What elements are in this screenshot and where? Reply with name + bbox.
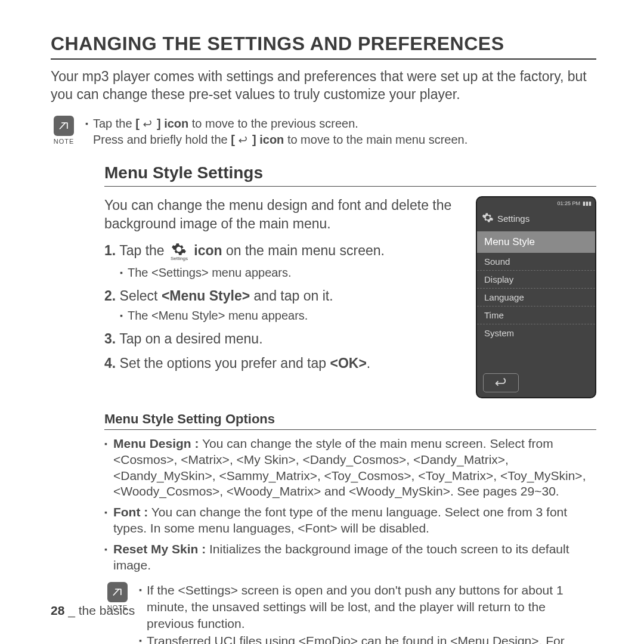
option-font: Font : You can change the font type of t… xyxy=(113,504,596,537)
note-icon xyxy=(107,582,128,602)
device-item-selected: Menu Style xyxy=(477,231,595,253)
back-arrow-icon xyxy=(238,137,249,145)
device-item: Language xyxy=(477,289,595,306)
footer-chapter: the basics xyxy=(79,603,135,617)
device-item: System xyxy=(477,324,595,342)
bullet-icon: ▪ xyxy=(139,582,142,633)
device-back-button xyxy=(483,373,519,392)
bullet-icon: ▪ xyxy=(120,265,123,281)
option-reset-my-skin: Reset My Skin : Initializes the backgrou… xyxy=(113,541,596,574)
note2-line-b: Transferred UCI files using <EmoDio> can… xyxy=(147,633,596,644)
step-3: 3. Tap on a desired menu. xyxy=(104,330,463,348)
note-badge: NOTE xyxy=(51,116,77,145)
bullet-icon: ▪ xyxy=(139,633,142,644)
settings-gear-icon: Settings xyxy=(171,242,188,262)
step-4: 4. Set the options you prefer and tap <O… xyxy=(104,354,463,373)
note2-line-a: If the <Settings> screen is open and you… xyxy=(147,582,596,633)
note-icon xyxy=(54,116,74,136)
device-mockup: 01:25 PM ▮▮▮ Settings Menu Style Sound D… xyxy=(476,196,596,398)
options-list: ▪ Menu Design : You can change the style… xyxy=(104,436,596,574)
note-block-1: NOTE ▪ Tap the [ ] icon to move to the p… xyxy=(51,116,596,148)
bullet-icon: ▪ xyxy=(104,504,107,537)
option-menu-design: Menu Design : You can change the style o… xyxy=(113,436,596,500)
step-1-sub: The <Settings> menu appears. xyxy=(128,265,292,281)
device-screen-title: Settings xyxy=(497,213,530,224)
back-arrow-icon xyxy=(143,120,153,129)
section-intro: You can change the menu design and font … xyxy=(104,196,463,233)
gear-icon xyxy=(482,212,494,225)
device-item: Sound xyxy=(477,253,595,271)
device-clock: 01:25 PM xyxy=(557,200,580,206)
page-footer: 28 _ the basics xyxy=(51,603,135,618)
step-2-sub: The <Menu Style> menu appears. xyxy=(128,308,308,324)
options-heading: Menu Style Setting Options xyxy=(104,411,596,430)
note1-line-b: Press and briefly hold the [ ] icon to m… xyxy=(93,132,467,148)
page-title: CHANGING THE SETTINGS AND PREFERENCES xyxy=(51,33,596,60)
note-block-2: NOTE ▪If the <Settings> screen is open a… xyxy=(104,582,596,644)
note-caption: NOTE xyxy=(54,138,75,145)
note1-line-a: Tap the [ ] icon to move to the previous… xyxy=(93,116,358,132)
bullet-icon: ▪ xyxy=(120,308,123,324)
intro-text: Your mp3 player comes with settings and … xyxy=(51,68,596,104)
step-1: 1. Tap the Settings icon on the main men… xyxy=(104,242,463,281)
bullet-icon: ▪ xyxy=(104,541,107,574)
device-item: Display xyxy=(477,271,595,289)
bullet-icon: ▪ xyxy=(85,116,88,132)
battery-icon: ▮▮▮ xyxy=(583,200,592,206)
page-number: 28 xyxy=(51,603,64,617)
section-heading: Menu Style Settings xyxy=(104,163,596,187)
device-item: Time xyxy=(477,306,595,324)
bullet-icon: ▪ xyxy=(104,436,107,500)
step-2: 2. Select <Menu Style> and tap on it. ▪T… xyxy=(104,287,463,324)
